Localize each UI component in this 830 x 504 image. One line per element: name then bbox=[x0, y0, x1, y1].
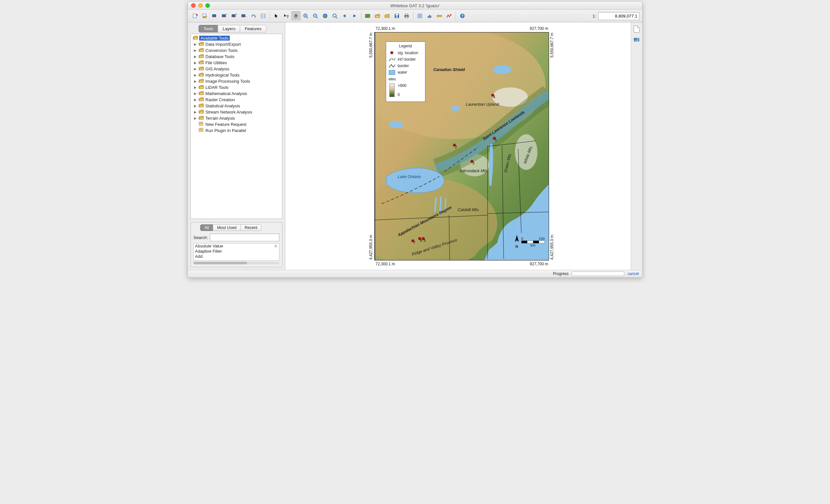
tree-folder[interactable]: ▶Database Tools bbox=[191, 54, 281, 60]
filter-most-used[interactable]: Most Used bbox=[213, 225, 241, 231]
zoom-to-layer-tool[interactable] bbox=[330, 11, 340, 21]
svg-text:?: ? bbox=[287, 14, 289, 19]
help-button[interactable]: ? bbox=[458, 11, 467, 21]
save-button[interactable] bbox=[392, 11, 402, 21]
filter-recent[interactable]: Recent bbox=[241, 225, 262, 231]
tree-folder[interactable]: ▶Stream Network Analysis bbox=[191, 109, 281, 115]
tools-tree[interactable]: Available Tools ▶Data Import/Export▶Conv… bbox=[190, 34, 282, 219]
tree-folder-label: Conversion Tools bbox=[205, 48, 237, 53]
previous-extent-button[interactable] bbox=[340, 11, 349, 21]
side-panel: Tools Layers Features Available Tools ▶D… bbox=[188, 22, 285, 270]
map-properties-button[interactable] bbox=[363, 11, 372, 21]
attribute-table-button[interactable] bbox=[259, 11, 268, 21]
result-item[interactable]: Add bbox=[194, 254, 279, 259]
new-document-icon[interactable] bbox=[634, 26, 640, 33]
map-canvas[interactable]: Legend sig. location int'l border border… bbox=[375, 32, 549, 261]
tab-tools[interactable]: Tools bbox=[199, 25, 218, 32]
zoom-full-extent-tool[interactable] bbox=[321, 11, 330, 21]
chevron-right-icon: ▶ bbox=[194, 92, 197, 95]
pointer-tool[interactable] bbox=[272, 11, 281, 21]
cancel-button[interactable]: cancel bbox=[628, 271, 639, 276]
measure-button[interactable] bbox=[435, 11, 444, 21]
tree-folder-label: Statistical Analysis bbox=[205, 103, 240, 108]
svg-rect-40 bbox=[395, 14, 398, 15]
folder-open-icon bbox=[199, 48, 204, 53]
chevron-right-icon: ▶ bbox=[194, 61, 197, 65]
tree-folder-label: Stream Network Analysis bbox=[205, 110, 252, 114]
map-point-label: 1 bbox=[495, 138, 497, 142]
next-extent-button[interactable] bbox=[350, 11, 359, 21]
scalebar: 0100 km bbox=[521, 237, 545, 247]
map-point-label: 2 bbox=[455, 145, 457, 149]
scale-input[interactable] bbox=[598, 12, 640, 20]
tree-folder[interactable]: ▶Statistical Analysis bbox=[191, 103, 281, 109]
folder-button[interactable] bbox=[383, 11, 392, 21]
tree-folder[interactable]: ▶Data Import/Export bbox=[191, 41, 281, 47]
tree-folder[interactable]: ▶GIS Analysis bbox=[191, 66, 281, 72]
tree-leaf[interactable]: Run Plugin In Parallel bbox=[191, 128, 281, 134]
pan-tool[interactable] bbox=[291, 11, 300, 21]
svg-rect-82 bbox=[638, 38, 639, 41]
filter-all[interactable]: All bbox=[200, 225, 213, 231]
label-canadian-shield: Canadian Shield bbox=[434, 67, 465, 72]
scalebar-unit: km bbox=[521, 243, 545, 247]
zoom-window-button[interactable] bbox=[205, 3, 210, 8]
tree-leaf[interactable]: New Feature Request bbox=[191, 121, 281, 128]
svg-rect-52 bbox=[430, 15, 431, 18]
palette-icon[interactable] bbox=[634, 37, 640, 43]
tree-folder[interactable]: ▶Hydrological Tools bbox=[191, 72, 281, 78]
open-map-button[interactable] bbox=[200, 11, 209, 21]
north-label: N bbox=[514, 244, 520, 248]
map-point-label: 7 bbox=[413, 241, 415, 244]
raise-layer-button[interactable] bbox=[249, 11, 258, 21]
titlebar: Whitebox GAT 3.2 'Iguazu' bbox=[188, 2, 642, 10]
results-scrollbar[interactable] bbox=[193, 262, 279, 264]
legend-sig: sig. location bbox=[398, 51, 418, 55]
tree-folder[interactable]: ▶Image Processing Tools bbox=[191, 78, 281, 84]
svg-marker-75 bbox=[515, 235, 519, 242]
svg-marker-36 bbox=[343, 14, 346, 18]
tree-folder-label: Mathematical Analysis bbox=[205, 91, 247, 96]
print-map-button[interactable] bbox=[210, 11, 219, 21]
data-table-button[interactable] bbox=[415, 11, 424, 21]
tab-layers[interactable]: Layers bbox=[218, 25, 240, 32]
open-folder-button[interactable] bbox=[373, 11, 382, 21]
tree-folder-label: Raster Creation bbox=[205, 97, 235, 102]
tree-folder[interactable]: ▶Mathematical Analysis bbox=[191, 91, 281, 97]
svg-rect-41 bbox=[396, 16, 398, 18]
identify-tool[interactable]: ? bbox=[282, 11, 291, 21]
minimize-window-button[interactable] bbox=[198, 3, 203, 8]
zoom-out-tool[interactable] bbox=[311, 11, 320, 21]
search-results[interactable]: Absolute ValueAdaptive FilterAdd bbox=[193, 243, 279, 261]
add-vector-layer-button[interactable]: × bbox=[229, 11, 238, 21]
chevron-right-icon: ▶ bbox=[194, 73, 197, 77]
tab-features[interactable]: Features bbox=[240, 25, 266, 32]
tree-folder[interactable]: ▶Raster Creation bbox=[191, 97, 281, 103]
tree-folder[interactable]: ▶Terrain Analysis bbox=[191, 115, 281, 121]
svg-rect-7 bbox=[222, 14, 226, 15]
add-raster-layer-button[interactable]: + bbox=[220, 11, 229, 21]
remove-layer-button[interactable]: − bbox=[239, 11, 248, 21]
svg-rect-77 bbox=[521, 241, 527, 243]
main-body: Tools Layers Features Available Tools ▶D… bbox=[188, 22, 642, 270]
tree-folder[interactable]: ▶Conversion Tools bbox=[191, 47, 281, 54]
new-map-button[interactable] bbox=[190, 11, 199, 21]
zoom-in-tool[interactable] bbox=[301, 11, 310, 21]
svg-rect-4 bbox=[212, 14, 216, 15]
tree-root[interactable]: Available Tools bbox=[191, 35, 281, 41]
printer-button[interactable] bbox=[402, 11, 411, 21]
result-item[interactable]: Absolute Value bbox=[194, 243, 279, 249]
profile-button[interactable] bbox=[445, 11, 454, 21]
map-view[interactable]: 72,300.1 m 927,700 m 72,300.1 m 927,700 … bbox=[285, 22, 631, 270]
north-arrow: N bbox=[514, 235, 520, 248]
chevron-right-icon: ▶ bbox=[194, 79, 197, 83]
tree-folder[interactable]: ▶LiDAR Tools bbox=[191, 84, 281, 91]
tree-folder[interactable]: ▶File Utilities bbox=[191, 60, 281, 66]
histogram-button[interactable] bbox=[425, 11, 434, 21]
result-item[interactable]: Adaptive Filter bbox=[194, 249, 279, 254]
label-adirondack: Adirondack Mts. bbox=[459, 169, 489, 173]
close-window-button[interactable] bbox=[191, 3, 196, 8]
chevron-right-icon: ▶ bbox=[194, 116, 197, 120]
folder-open-icon bbox=[199, 85, 204, 90]
search-input[interactable] bbox=[210, 234, 279, 241]
